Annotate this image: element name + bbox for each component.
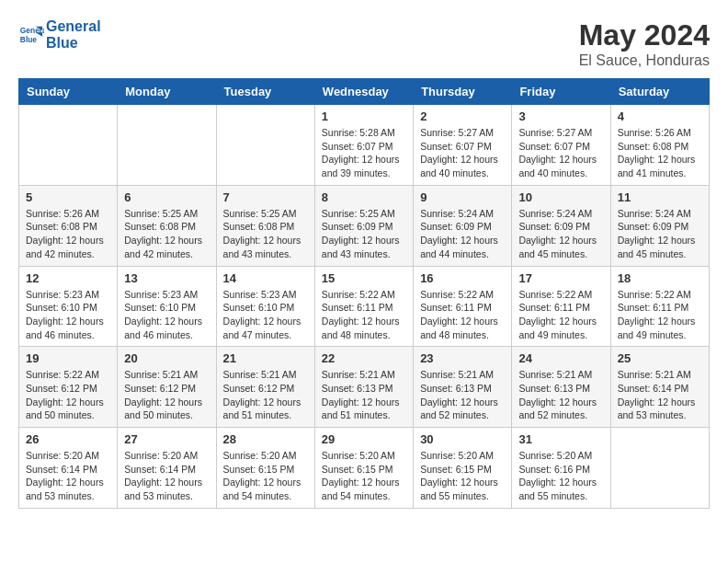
day-info: Sunrise: 5:21 AM Sunset: 6:14 PM Dayligh… (618, 368, 702, 422)
day-info: Sunrise: 5:23 AM Sunset: 6:10 PM Dayligh… (124, 288, 209, 342)
column-header-sunday: Sunday (19, 79, 118, 105)
calendar-cell: 2Sunrise: 5:27 AM Sunset: 6:07 PM Daylig… (414, 105, 512, 186)
logo-icon: General Blue (18, 22, 44, 48)
day-number: 9 (420, 190, 505, 204)
day-number: 1 (322, 109, 406, 123)
calendar-cell: 10Sunrise: 5:24 AM Sunset: 6:09 PM Dayli… (512, 185, 610, 266)
column-header-thursday: Thursday (414, 79, 512, 105)
day-info: Sunrise: 5:28 AM Sunset: 6:07 PM Dayligh… (322, 126, 406, 180)
day-info: Sunrise: 5:21 AM Sunset: 6:13 PM Dayligh… (322, 368, 406, 422)
day-info: Sunrise: 5:21 AM Sunset: 6:13 PM Dayligh… (420, 368, 505, 422)
calendar-cell: 21Sunrise: 5:21 AM Sunset: 6:12 PM Dayli… (216, 347, 314, 428)
day-info: Sunrise: 5:23 AM Sunset: 6:10 PM Dayligh… (223, 288, 308, 342)
day-number: 16 (420, 271, 505, 285)
calendar-table: SundayMondayTuesdayWednesdayThursdayFrid… (18, 78, 710, 509)
title-block: May 2024 El Sauce, Honduras (579, 18, 710, 69)
calendar-cell: 29Sunrise: 5:20 AM Sunset: 6:15 PM Dayli… (314, 428, 413, 509)
calendar-cell: 3Sunrise: 5:27 AM Sunset: 6:07 PM Daylig… (512, 105, 610, 186)
day-number: 26 (26, 432, 110, 446)
day-number: 22 (322, 351, 406, 365)
day-number: 18 (618, 271, 702, 285)
day-info: Sunrise: 5:21 AM Sunset: 6:12 PM Dayligh… (223, 368, 308, 422)
calendar-cell (19, 105, 118, 186)
column-header-saturday: Saturday (610, 79, 709, 105)
column-header-tuesday: Tuesday (216, 79, 314, 105)
location-title: El Sauce, Honduras (579, 52, 710, 69)
calendar-cell: 16Sunrise: 5:22 AM Sunset: 6:11 PM Dayli… (414, 266, 512, 347)
calendar-cell: 4Sunrise: 5:26 AM Sunset: 6:08 PM Daylig… (610, 105, 709, 186)
logo: General Blue GeneralBlue (18, 18, 101, 51)
calendar-cell: 17Sunrise: 5:22 AM Sunset: 6:11 PM Dayli… (512, 266, 610, 347)
calendar-cell: 7Sunrise: 5:25 AM Sunset: 6:08 PM Daylig… (216, 185, 314, 266)
day-number: 29 (322, 432, 406, 446)
calendar-cell: 15Sunrise: 5:22 AM Sunset: 6:11 PM Dayli… (314, 266, 413, 347)
day-info: Sunrise: 5:26 AM Sunset: 6:08 PM Dayligh… (618, 126, 702, 180)
calendar-cell: 20Sunrise: 5:21 AM Sunset: 6:12 PM Dayli… (118, 347, 216, 428)
day-number: 6 (124, 190, 209, 204)
day-info: Sunrise: 5:20 AM Sunset: 6:15 PM Dayligh… (322, 449, 406, 503)
month-title: May 2024 (579, 18, 710, 52)
calendar-cell: 23Sunrise: 5:21 AM Sunset: 6:13 PM Dayli… (414, 347, 512, 428)
day-number: 11 (618, 190, 702, 204)
calendar-cell (610, 428, 709, 509)
day-info: Sunrise: 5:20 AM Sunset: 6:15 PM Dayligh… (223, 449, 308, 503)
calendar-cell: 28Sunrise: 5:20 AM Sunset: 6:15 PM Dayli… (216, 428, 314, 509)
column-header-wednesday: Wednesday (314, 79, 413, 105)
column-header-friday: Friday (512, 79, 610, 105)
day-number: 24 (518, 351, 603, 365)
calendar-cell (118, 105, 216, 186)
day-number: 5 (26, 190, 110, 204)
day-info: Sunrise: 5:27 AM Sunset: 6:07 PM Dayligh… (518, 126, 603, 180)
day-number: 15 (322, 271, 406, 285)
day-number: 8 (322, 190, 406, 204)
calendar-cell (216, 105, 314, 186)
day-info: Sunrise: 5:25 AM Sunset: 6:08 PM Dayligh… (223, 207, 308, 261)
day-info: Sunrise: 5:20 AM Sunset: 6:16 PM Dayligh… (518, 449, 603, 503)
svg-text:Blue: Blue (20, 35, 37, 44)
calendar-cell: 18Sunrise: 5:22 AM Sunset: 6:11 PM Dayli… (610, 266, 709, 347)
calendar-cell: 6Sunrise: 5:25 AM Sunset: 6:08 PM Daylig… (118, 185, 216, 266)
calendar-cell: 19Sunrise: 5:22 AM Sunset: 6:12 PM Dayli… (19, 347, 118, 428)
day-info: Sunrise: 5:24 AM Sunset: 6:09 PM Dayligh… (518, 207, 603, 261)
day-number: 13 (124, 271, 209, 285)
day-info: Sunrise: 5:26 AM Sunset: 6:08 PM Dayligh… (26, 207, 110, 261)
calendar-cell: 14Sunrise: 5:23 AM Sunset: 6:10 PM Dayli… (216, 266, 314, 347)
day-info: Sunrise: 5:22 AM Sunset: 6:11 PM Dayligh… (322, 288, 406, 342)
calendar-cell: 5Sunrise: 5:26 AM Sunset: 6:08 PM Daylig… (19, 185, 118, 266)
logo-text: GeneralBlue (46, 18, 101, 51)
calendar-cell: 30Sunrise: 5:20 AM Sunset: 6:15 PM Dayli… (414, 428, 512, 509)
calendar-cell: 27Sunrise: 5:20 AM Sunset: 6:14 PM Dayli… (118, 428, 216, 509)
day-number: 19 (26, 351, 110, 365)
calendar-cell: 1Sunrise: 5:28 AM Sunset: 6:07 PM Daylig… (314, 105, 413, 186)
day-info: Sunrise: 5:21 AM Sunset: 6:13 PM Dayligh… (518, 368, 603, 422)
day-number: 20 (124, 351, 209, 365)
day-info: Sunrise: 5:24 AM Sunset: 6:09 PM Dayligh… (420, 207, 505, 261)
day-info: Sunrise: 5:25 AM Sunset: 6:08 PM Dayligh… (124, 207, 209, 261)
day-number: 4 (618, 109, 702, 123)
day-number: 12 (26, 271, 110, 285)
day-info: Sunrise: 5:27 AM Sunset: 6:07 PM Dayligh… (420, 126, 505, 180)
day-number: 2 (420, 109, 505, 123)
day-number: 10 (518, 190, 603, 204)
day-number: 25 (618, 351, 702, 365)
day-info: Sunrise: 5:20 AM Sunset: 6:14 PM Dayligh… (124, 449, 209, 503)
calendar-cell: 8Sunrise: 5:25 AM Sunset: 6:09 PM Daylig… (314, 185, 413, 266)
calendar-cell: 12Sunrise: 5:23 AM Sunset: 6:10 PM Dayli… (19, 266, 118, 347)
day-info: Sunrise: 5:22 AM Sunset: 6:11 PM Dayligh… (618, 288, 702, 342)
day-number: 28 (223, 432, 308, 446)
calendar-cell: 26Sunrise: 5:20 AM Sunset: 6:14 PM Dayli… (19, 428, 118, 509)
day-number: 21 (223, 351, 308, 365)
calendar-cell: 24Sunrise: 5:21 AM Sunset: 6:13 PM Dayli… (512, 347, 610, 428)
day-number: 31 (518, 432, 603, 446)
day-number: 17 (518, 271, 603, 285)
day-number: 14 (223, 271, 308, 285)
day-number: 23 (420, 351, 505, 365)
day-number: 7 (223, 190, 308, 204)
calendar-cell: 31Sunrise: 5:20 AM Sunset: 6:16 PM Dayli… (512, 428, 610, 509)
page-header: General Blue GeneralBlue May 2024 El Sau… (18, 18, 710, 69)
day-info: Sunrise: 5:22 AM Sunset: 6:12 PM Dayligh… (26, 368, 110, 422)
day-number: 30 (420, 432, 505, 446)
calendar-cell: 11Sunrise: 5:24 AM Sunset: 6:09 PM Dayli… (610, 185, 709, 266)
day-info: Sunrise: 5:20 AM Sunset: 6:14 PM Dayligh… (26, 449, 110, 503)
day-number: 3 (518, 109, 603, 123)
